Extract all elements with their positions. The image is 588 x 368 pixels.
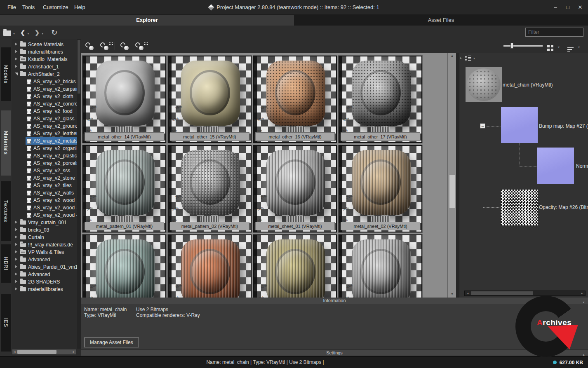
tree-item-body[interactable]: Advanced	[19, 271, 51, 278]
tree-item[interactable]: Vray_curtain_001	[12, 219, 77, 226]
tree-item[interactable]: !!!_vray-materials.de	[12, 241, 77, 248]
expand-arrow-icon[interactable]	[13, 220, 19, 225]
scrollbar-thumb[interactable]	[17, 350, 56, 354]
expand-arrow-icon[interactable]	[13, 265, 19, 269]
tree-item-body[interactable]: Curtain	[19, 234, 45, 241]
open-folder-icon[interactable]	[3, 30, 11, 36]
tree-item[interactable]: AS_vray_v2_sss	[12, 167, 77, 174]
open-folder-dropdown-icon[interactable]: ▾	[13, 32, 15, 35]
reload-material-icon[interactable]	[120, 42, 130, 50]
normal-map-node[interactable]	[537, 148, 574, 184]
tree-item[interactable]: AS_vray_v2_wood	[12, 197, 77, 204]
material-thumbnail[interactable]: 25%50%75%	[168, 234, 252, 298]
tree-item[interactable]: AS_vray_v2_wood - (	[12, 204, 77, 211]
tree-item[interactable]: 2G SHADERS	[12, 278, 77, 286]
tree-item-body[interactable]: AS_vray_v2_wood - (	[26, 211, 77, 219]
tree-item[interactable]: AS_vray_v2_glass	[12, 115, 77, 122]
tree-item-body[interactable]: AS_vray_v2_ground	[26, 122, 77, 130]
expand-arrow-icon[interactable]	[13, 50, 19, 54]
tree-item[interactable]: AS_vray_v2_tiles	[12, 182, 77, 189]
grid-view-icon[interactable]	[547, 45, 550, 47]
grid-vertical-scrollbar[interactable]: ▲ ▼	[447, 53, 456, 298]
category-tab-ies[interactable]: IES	[1, 294, 11, 352]
tree-item-body[interactable]: AS_vray_v2_sss	[26, 167, 71, 174]
maximize-button[interactable]: □	[562, 2, 573, 12]
expand-arrow-icon[interactable]	[13, 243, 19, 247]
close-button[interactable]: ✕	[575, 2, 586, 12]
category-tab-textures[interactable]: Textures	[1, 181, 11, 241]
tab-asset-files[interactable]: Asset Files	[294, 15, 588, 26]
scroll-up-icon[interactable]: ▲	[448, 53, 456, 59]
bump-map-node[interactable]	[501, 107, 538, 143]
tree-item-body[interactable]: !!!_vray-materials.de	[19, 241, 74, 248]
tree-item-body[interactable]: AS_vray_v2_stone	[26, 174, 76, 182]
back-dropdown-icon[interactable]: ▾	[28, 32, 29, 35]
scroll-right-icon[interactable]: ▸	[71, 349, 76, 354]
material-thumbnail[interactable]: 25%50%75%	[253, 234, 337, 298]
tree-item-body[interactable]: AS_vray_v2_wood - (	[26, 204, 77, 211]
tree-item-body[interactable]: AS_vray_v2_carpaint	[26, 85, 77, 93]
material-thumbnail[interactable]: 25%50%75%	[82, 234, 166, 298]
tree-horizontal-scrollbar[interactable]: ◂ ▸	[12, 349, 76, 354]
expand-arrow-icon[interactable]	[13, 65, 19, 69]
tree-item-body[interactable]: AS_vray_v2_cloth	[26, 93, 75, 100]
material-thumbnail[interactable]: 25%50%75%metal_other_14 (VRayMtl)	[82, 56, 166, 143]
tree-item[interactable]: Scene Materials	[12, 41, 77, 48]
expand-arrow-icon[interactable]	[13, 42, 19, 47]
tab-explorer[interactable]: Explorer	[0, 15, 294, 26]
scrollbar-thumb[interactable]	[78, 40, 80, 94]
tree-item-body[interactable]: AS_vray_v2_glass	[26, 115, 75, 122]
tree-item[interactable]: Curtain	[12, 234, 77, 241]
material-preview-node[interactable]	[466, 67, 502, 102]
forward-icon[interactable]: ❯	[35, 29, 40, 36]
collapse-panel-icon[interactable]: ▸	[460, 56, 462, 60]
sort-dropdown-icon[interactable]: ▾	[578, 45, 580, 49]
tree-item-body[interactable]: AS_vray_v2_metals	[26, 137, 77, 145]
tree-item-body[interactable]: AS_vray_v2_porcelai	[26, 159, 77, 167]
tree-item-body[interactable]: AS_vray_v2_wood	[26, 197, 76, 204]
tree-item[interactable]: AS_vray_v2_walls	[12, 189, 77, 197]
tree-item-body[interactable]: Vray_curtain_001	[19, 219, 68, 226]
opacity-map-node[interactable]	[501, 190, 538, 225]
tree-item[interactable]: Kstudio_Materials	[12, 56, 77, 63]
tree-item[interactable]: AS_vray_v2_stone	[12, 174, 77, 182]
tree-item-body[interactable]: Archshader_1	[19, 63, 60, 70]
minimize-button[interactable]: –	[550, 2, 561, 12]
sort-icon[interactable]	[567, 47, 574, 48]
tree-item-body[interactable]: 2G SHADERS	[19, 278, 61, 286]
tree-item[interactable]: AS_vray_v2_cloth	[12, 93, 77, 100]
tree-item[interactable]: bricks_03	[12, 226, 77, 234]
thumbnail-size-slider[interactable]	[503, 45, 543, 47]
tree-item-body[interactable]: AS_vray_v2_food	[26, 108, 74, 115]
tree-item[interactable]: Advanced	[12, 271, 77, 278]
material-thumbnail[interactable]: 25%50%75%metal_pattern_02 (VRayMtl)	[168, 145, 252, 232]
tree-item-body[interactable]: AS_vray_v2_tiles	[26, 182, 73, 189]
tree-item-body[interactable]: materiallibraries	[19, 286, 64, 293]
expand-arrow-icon[interactable]	[13, 287, 19, 291]
tree-item-body[interactable]: AS_vray_v2_leather	[26, 130, 77, 137]
tree-item[interactable]: AS_vray_v2_plastics	[12, 152, 77, 159]
scroll-left-icon[interactable]: ◂	[466, 291, 470, 295]
manage-asset-files-button[interactable]: Manage Asset Files	[84, 338, 139, 347]
scroll-left-icon[interactable]: ◂	[12, 349, 17, 354]
expand-arrow-icon[interactable]	[13, 228, 19, 232]
expand-arrow-icon[interactable]	[13, 280, 19, 284]
node-view-mode-icon[interactable]	[465, 55, 471, 61]
tree-item-body[interactable]: bricks_03	[19, 226, 50, 234]
tree-item[interactable]: materiallibraries	[12, 286, 77, 293]
tree-item[interactable]: AS_vray_v2_organic	[12, 145, 77, 152]
refresh-icon[interactable]: ↻	[51, 28, 57, 37]
forward-dropdown-icon[interactable]: ▾	[42, 32, 43, 35]
tree-item[interactable]: materiallibraries	[12, 48, 77, 56]
tree-item[interactable]: AS_vray_v2_metals	[12, 137, 77, 145]
material-thumbnail[interactable]: 25%50%75%metal_sheet_01 (VRayMtl)	[253, 145, 337, 232]
tree-item-body[interactable]: Advanced	[19, 256, 51, 263]
filter-input[interactable]	[525, 28, 583, 37]
update-material-icon[interactable]	[85, 42, 95, 50]
material-thumbnail[interactable]: 25%50%75%	[339, 234, 422, 298]
tree-item-body[interactable]: Abies_Pardei_01_vm1	[19, 263, 77, 271]
expand-arrow-icon[interactable]	[13, 272, 19, 277]
tree-item[interactable]: AS_vray_v2_concret	[12, 100, 77, 108]
tree-item[interactable]: AS_vray_v2_porcelai	[12, 159, 77, 167]
category-tab-models[interactable]: Models	[1, 47, 11, 101]
